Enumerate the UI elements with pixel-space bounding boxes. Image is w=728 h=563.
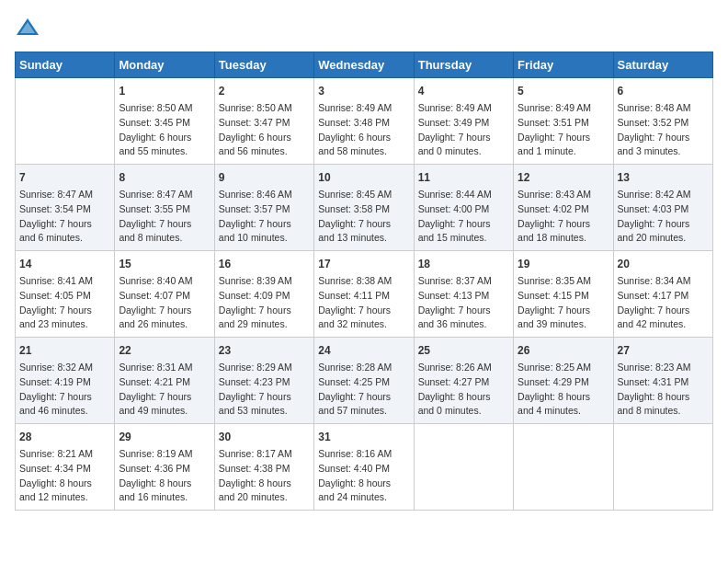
column-header-saturday: Saturday — [613, 52, 712, 78]
day-number: 15 — [119, 256, 210, 272]
cell-content: Sunrise: 8:16 AM Sunset: 4:40 PM Dayligh… — [318, 447, 409, 505]
week-row-3: 14Sunrise: 8:41 AM Sunset: 4:05 PM Dayli… — [16, 251, 713, 338]
calendar-cell: 16Sunrise: 8:39 AM Sunset: 4:09 PM Dayli… — [214, 251, 313, 338]
cell-content: Sunrise: 8:25 AM Sunset: 4:29 PM Dayligh… — [518, 361, 609, 419]
calendar-table: SundayMondayTuesdayWednesdayThursdayFrid… — [15, 52, 713, 511]
cell-content: Sunrise: 8:35 AM Sunset: 4:15 PM Dayligh… — [518, 274, 609, 332]
calendar-cell: 10Sunrise: 8:45 AM Sunset: 3:58 PM Dayli… — [314, 165, 414, 251]
calendar-cell: 15Sunrise: 8:40 AM Sunset: 4:07 PM Dayli… — [115, 251, 214, 338]
day-number: 29 — [119, 429, 210, 445]
cell-content: Sunrise: 8:48 AM Sunset: 3:52 PM Dayligh… — [618, 101, 709, 159]
cell-content: Sunrise: 8:45 AM Sunset: 3:58 PM Dayligh… — [318, 188, 409, 246]
calendar-cell: 25Sunrise: 8:26 AM Sunset: 4:27 PM Dayli… — [414, 338, 513, 424]
calendar-cell: 26Sunrise: 8:25 AM Sunset: 4:29 PM Dayli… — [514, 338, 613, 424]
day-number: 30 — [219, 429, 310, 445]
day-number: 26 — [518, 342, 609, 359]
cell-content: Sunrise: 8:17 AM Sunset: 4:38 PM Dayligh… — [219, 447, 310, 505]
week-row-2: 7Sunrise: 8:47 AM Sunset: 3:54 PM Daylig… — [16, 165, 713, 251]
cell-content: Sunrise: 8:32 AM Sunset: 4:19 PM Dayligh… — [19, 361, 110, 419]
calendar-cell: 9Sunrise: 8:46 AM Sunset: 3:57 PM Daylig… — [214, 165, 313, 251]
calendar-cell: 7Sunrise: 8:47 AM Sunset: 3:54 PM Daylig… — [16, 165, 115, 251]
calendar-cell — [613, 424, 712, 511]
calendar-cell: 13Sunrise: 8:42 AM Sunset: 4:03 PM Dayli… — [613, 165, 712, 251]
cell-content: Sunrise: 8:46 AM Sunset: 3:57 PM Dayligh… — [219, 188, 310, 246]
day-number: 12 — [518, 169, 609, 186]
column-header-sunday: Sunday — [16, 52, 115, 78]
calendar-cell — [414, 424, 513, 511]
cell-content: Sunrise: 8:43 AM Sunset: 4:02 PM Dayligh… — [518, 188, 609, 246]
cell-content: Sunrise: 8:49 AM Sunset: 3:49 PM Dayligh… — [418, 101, 509, 159]
cell-content: Sunrise: 8:50 AM Sunset: 3:45 PM Dayligh… — [119, 101, 210, 159]
day-number: 22 — [119, 342, 210, 359]
day-number: 21 — [19, 342, 110, 359]
calendar-cell: 3Sunrise: 8:49 AM Sunset: 3:48 PM Daylig… — [314, 78, 414, 165]
cell-content: Sunrise: 8:34 AM Sunset: 4:17 PM Dayligh… — [618, 274, 709, 332]
day-number: 2 — [219, 83, 310, 99]
calendar-cell: 28Sunrise: 8:21 AM Sunset: 4:34 PM Dayli… — [16, 424, 115, 511]
calendar-cell: 19Sunrise: 8:35 AM Sunset: 4:15 PM Dayli… — [514, 251, 613, 338]
calendar-cell: 5Sunrise: 8:49 AM Sunset: 3:51 PM Daylig… — [514, 78, 613, 165]
cell-content: Sunrise: 8:44 AM Sunset: 4:00 PM Dayligh… — [418, 188, 509, 246]
logo — [15, 15, 44, 40]
cell-content: Sunrise: 8:23 AM Sunset: 4:31 PM Dayligh… — [618, 361, 709, 419]
calendar-cell: 14Sunrise: 8:41 AM Sunset: 4:05 PM Dayli… — [16, 251, 115, 338]
cell-content: Sunrise: 8:50 AM Sunset: 3:47 PM Dayligh… — [219, 101, 310, 159]
calendar-cell: 21Sunrise: 8:32 AM Sunset: 4:19 PM Dayli… — [16, 338, 115, 424]
calendar-cell: 2Sunrise: 8:50 AM Sunset: 3:47 PM Daylig… — [214, 78, 313, 165]
cell-content: Sunrise: 8:47 AM Sunset: 3:55 PM Dayligh… — [119, 188, 210, 246]
cell-content: Sunrise: 8:49 AM Sunset: 3:48 PM Dayligh… — [318, 101, 409, 159]
day-number: 23 — [219, 342, 310, 359]
cell-content: Sunrise: 8:49 AM Sunset: 3:51 PM Dayligh… — [518, 101, 609, 159]
day-number: 19 — [518, 256, 609, 272]
cell-content: Sunrise: 8:21 AM Sunset: 4:34 PM Dayligh… — [19, 447, 110, 505]
day-number: 11 — [418, 169, 509, 186]
calendar-cell: 22Sunrise: 8:31 AM Sunset: 4:21 PM Dayli… — [115, 338, 214, 424]
calendar-cell: 29Sunrise: 8:19 AM Sunset: 4:36 PM Dayli… — [115, 424, 214, 511]
calendar-cell — [514, 424, 613, 511]
calendar-cell: 4Sunrise: 8:49 AM Sunset: 3:49 PM Daylig… — [414, 78, 513, 165]
day-number: 9 — [219, 169, 310, 186]
calendar-cell: 20Sunrise: 8:34 AM Sunset: 4:17 PM Dayli… — [613, 251, 712, 338]
day-number: 6 — [618, 83, 709, 99]
cell-content: Sunrise: 8:41 AM Sunset: 4:05 PM Dayligh… — [19, 274, 110, 332]
week-row-4: 21Sunrise: 8:32 AM Sunset: 4:19 PM Dayli… — [16, 338, 713, 424]
day-number: 18 — [418, 256, 509, 272]
column-header-friday: Friday — [514, 52, 613, 78]
page-header — [15, 15, 713, 40]
cell-content: Sunrise: 8:31 AM Sunset: 4:21 PM Dayligh… — [119, 361, 210, 419]
cell-content: Sunrise: 8:38 AM Sunset: 4:11 PM Dayligh… — [318, 274, 409, 332]
day-number: 20 — [618, 256, 709, 272]
calendar-cell: 11Sunrise: 8:44 AM Sunset: 4:00 PM Dayli… — [414, 165, 513, 251]
day-number: 25 — [418, 342, 509, 359]
cell-content: Sunrise: 8:26 AM Sunset: 4:27 PM Dayligh… — [418, 361, 509, 419]
cell-content: Sunrise: 8:39 AM Sunset: 4:09 PM Dayligh… — [219, 274, 310, 332]
day-number: 14 — [19, 256, 110, 272]
column-header-tuesday: Tuesday — [214, 52, 313, 78]
cell-content: Sunrise: 8:19 AM Sunset: 4:36 PM Dayligh… — [119, 447, 210, 505]
calendar-cell: 17Sunrise: 8:38 AM Sunset: 4:11 PM Dayli… — [314, 251, 414, 338]
day-number: 10 — [318, 169, 409, 186]
cell-content: Sunrise: 8:40 AM Sunset: 4:07 PM Dayligh… — [119, 274, 210, 332]
calendar-cell: 30Sunrise: 8:17 AM Sunset: 4:38 PM Dayli… — [214, 424, 313, 511]
header-row: SundayMondayTuesdayWednesdayThursdayFrid… — [16, 52, 713, 78]
day-number: 8 — [119, 169, 210, 186]
column-header-thursday: Thursday — [414, 52, 513, 78]
calendar-cell: 31Sunrise: 8:16 AM Sunset: 4:40 PM Dayli… — [314, 424, 414, 511]
day-number: 1 — [119, 83, 210, 99]
day-number: 5 — [518, 83, 609, 99]
cell-content: Sunrise: 8:28 AM Sunset: 4:25 PM Dayligh… — [318, 361, 409, 419]
calendar-cell: 24Sunrise: 8:28 AM Sunset: 4:25 PM Dayli… — [314, 338, 414, 424]
cell-content: Sunrise: 8:42 AM Sunset: 4:03 PM Dayligh… — [618, 188, 709, 246]
day-number: 28 — [19, 429, 110, 445]
cell-content: Sunrise: 8:29 AM Sunset: 4:23 PM Dayligh… — [219, 361, 310, 419]
day-number: 7 — [19, 169, 110, 186]
day-number: 4 — [418, 83, 509, 99]
day-number: 31 — [318, 429, 409, 445]
calendar-cell — [16, 78, 115, 165]
day-number: 27 — [618, 342, 709, 359]
day-number: 17 — [318, 256, 409, 272]
logo-icon — [15, 15, 40, 40]
column-header-monday: Monday — [115, 52, 214, 78]
day-number: 16 — [219, 256, 310, 272]
day-number: 24 — [318, 342, 409, 359]
